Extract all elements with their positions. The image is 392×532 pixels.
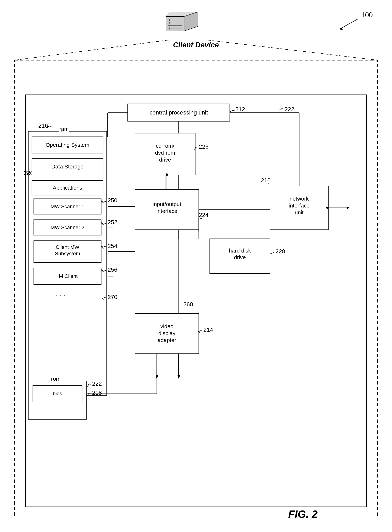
svg-marker-6 bbox=[184, 12, 198, 31]
svg-rect-29 bbox=[32, 137, 103, 153]
svg-text:bios: bios bbox=[53, 391, 62, 396]
svg-text:unit: unit bbox=[295, 209, 304, 216]
svg-rect-19 bbox=[128, 104, 230, 121]
svg-rect-18 bbox=[26, 95, 366, 507]
svg-marker-2 bbox=[339, 27, 343, 30]
svg-text:MW Scanner 1: MW Scanner 1 bbox=[51, 204, 84, 209]
svg-text:Applications: Applications bbox=[53, 185, 82, 191]
svg-text:input/output: input/output bbox=[153, 201, 181, 207]
svg-text:Operating System: Operating System bbox=[46, 142, 89, 148]
svg-marker-5 bbox=[166, 12, 198, 16]
svg-rect-33 bbox=[32, 180, 103, 195]
svg-text:interface: interface bbox=[156, 208, 177, 214]
svg-rect-3 bbox=[166, 16, 184, 31]
svg-text:hard disk: hard disk bbox=[229, 248, 251, 254]
svg-text:216: 216 bbox=[38, 122, 48, 129]
svg-point-12 bbox=[169, 22, 170, 23]
svg-text:250: 250 bbox=[108, 197, 117, 204]
svg-rect-15 bbox=[14, 60, 378, 516]
svg-text:interface: interface bbox=[289, 203, 310, 208]
svg-rect-79 bbox=[33, 386, 82, 402]
svg-text:222: 222 bbox=[285, 106, 294, 112]
svg-text:video: video bbox=[160, 323, 173, 329]
diagram-svg: 100 Client Device bbox=[0, 0, 392, 532]
svg-text:adapter: adapter bbox=[158, 337, 176, 343]
svg-text:220: 220 bbox=[24, 170, 33, 176]
svg-rect-24 bbox=[28, 131, 107, 396]
svg-text:226: 226 bbox=[199, 143, 209, 150]
svg-text:ram: ram bbox=[59, 126, 69, 132]
svg-text:ram: ram bbox=[59, 126, 69, 132]
svg-rect-35 bbox=[34, 199, 101, 214]
svg-line-1 bbox=[341, 19, 358, 28]
svg-rect-58 bbox=[270, 186, 328, 230]
svg-text:IM Client: IM Client bbox=[57, 273, 78, 279]
svg-text:FIG. 2: FIG. 2 bbox=[288, 508, 317, 520]
svg-text:260: 260 bbox=[183, 301, 193, 308]
svg-rect-45 bbox=[34, 268, 101, 284]
svg-text:270: 270 bbox=[108, 294, 117, 300]
svg-text:214: 214 bbox=[203, 327, 213, 333]
svg-rect-55 bbox=[135, 190, 199, 230]
svg-text:218: 218 bbox=[92, 389, 102, 396]
svg-text:drive: drive bbox=[159, 157, 171, 163]
svg-text:254: 254 bbox=[108, 243, 117, 249]
svg-marker-93 bbox=[166, 172, 168, 176]
svg-text:Client MW: Client MW bbox=[56, 244, 79, 250]
svg-point-14 bbox=[169, 28, 170, 29]
svg-rect-31 bbox=[32, 159, 103, 175]
svg-text:cd-rom/: cd-rom/ bbox=[156, 143, 174, 149]
svg-text:256: 256 bbox=[108, 266, 117, 273]
svg-text:Subsystem: Subsystem bbox=[55, 251, 80, 256]
svg-text:MW Scanner 2: MW Scanner 2 bbox=[51, 225, 84, 230]
svg-point-11 bbox=[169, 19, 170, 21]
svg-text:252: 252 bbox=[108, 219, 117, 226]
svg-rect-38 bbox=[34, 220, 101, 235]
diagram-container: 100 Client Device bbox=[0, 0, 392, 532]
svg-text:222: 222 bbox=[92, 380, 102, 387]
svg-line-16 bbox=[14, 40, 168, 60]
client-device-label: Client Device bbox=[173, 41, 219, 49]
svg-text:display: display bbox=[158, 330, 175, 336]
svg-text:network: network bbox=[289, 196, 309, 202]
svg-text:224: 224 bbox=[199, 212, 209, 218]
svg-marker-105 bbox=[156, 375, 158, 379]
svg-text:·  ·  ·: · · · bbox=[55, 291, 65, 299]
svg-text:Data Storage: Data Storage bbox=[51, 164, 84, 170]
svg-line-17 bbox=[208, 40, 378, 60]
svg-rect-50 bbox=[135, 133, 195, 175]
svg-marker-107 bbox=[177, 375, 180, 379]
svg-rect-71 bbox=[135, 314, 199, 354]
svg-marker-65 bbox=[325, 207, 328, 209]
svg-text:drive: drive bbox=[234, 254, 246, 260]
svg-rect-4 bbox=[166, 16, 184, 31]
svg-text:rom: rom bbox=[51, 376, 61, 382]
svg-rect-41 bbox=[34, 241, 101, 263]
svg-text:dvd-rom: dvd-rom bbox=[155, 150, 175, 156]
svg-point-13 bbox=[169, 25, 170, 26]
svg-text:210: 210 bbox=[261, 177, 271, 184]
svg-text:rom: rom bbox=[51, 376, 61, 382]
svg-rect-66 bbox=[210, 239, 270, 273]
svg-rect-76 bbox=[28, 381, 87, 419]
svg-marker-64 bbox=[347, 207, 350, 209]
svg-text:central processing unit: central processing unit bbox=[149, 109, 208, 116]
svg-text:100: 100 bbox=[361, 11, 373, 19]
svg-text:228: 228 bbox=[275, 248, 285, 255]
svg-text:212: 212 bbox=[235, 106, 245, 112]
